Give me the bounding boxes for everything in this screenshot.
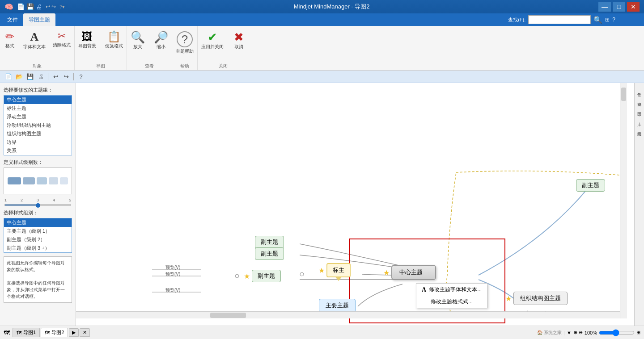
scrollbar-horizontal[interactable] [76,311,620,318]
search-input[interactable] [528,15,591,24]
description-text-2: 直接选择导图中的任何导图对象，并从弹出式菜单中打开一个格式对话框。 [7,280,65,299]
menu-file[interactable]: 文件 [2,13,23,26]
zoom-value: 100% [585,330,597,335]
topic-center[interactable]: ★ 中心主题 [383,265,436,280]
tb-open[interactable]: 📂 [14,72,24,82]
ribbon-note[interactable]: 📋 便笺格式 [102,29,127,51]
ribbon-zoom-in[interactable]: 🔍 放大 [127,29,148,52]
tb-save[interactable]: 💾 [25,72,35,82]
title-bar: 🧠 📄 💾 🖨 ↩ ↪ ?▾ Mindjet MindManager - 导图2… [0,0,644,13]
style-sub-2[interactable]: 副主题（级别 2） [4,235,72,244]
slider-fill [5,205,38,205]
ribbon-zoom-out[interactable]: 🔎 缩小 [150,29,172,52]
window-controls[interactable]: — □ ✕ [598,2,640,12]
style-sub-3[interactable]: 副主题（级别 3 +） [4,244,72,252]
status-tab-map1[interactable]: 🗺 导图1 [13,328,40,337]
right-tb-library[interactable]: 库 [635,114,644,123]
right-tb-review[interactable]: 闸览 [635,124,644,133]
tb-undo[interactable]: ↩ [51,72,60,82]
topic-sub-right1[interactable]: 副主题 [576,179,605,192]
preview-shape-2 [23,177,35,184]
close-button[interactable]: ✕ [627,2,640,12]
brand-icon: 🏠 系统之家 [537,330,562,336]
style-group-list: 中心主题 主要主题（级别 1） 副主题（级别 2） 副主题（级别 3 +） [4,218,72,253]
canvas-area[interactable]: 预览(V) 预览(V) 预览(V) 中心主题副主题 副主题 [76,83,634,326]
theme-item-relation[interactable]: 关系 [4,146,72,155]
style-main-1[interactable]: 主要主题（级别 1） [4,227,72,235]
map-icon-1: 🗺 [4,329,10,336]
topic-float-box: 标主 [326,263,351,277]
cancel-icon: ✖ [234,31,244,43]
tab-close-icon: ✕ [83,330,87,335]
theme-item-float[interactable]: 浮动主题 [4,113,72,121]
scrollbar-thumb-v[interactable] [621,88,626,101]
topic-sub2[interactable]: 副主题 [255,247,284,260]
topic-center-box: 中心主题 [391,265,436,280]
topic-biaozhu[interactable]: ★ 标主 [318,263,351,277]
fit-icon[interactable]: ⊞ [636,330,640,335]
ribbon-help[interactable]: ? 主题帮助 [172,29,197,56]
filter-icon[interactable]: ▼ [567,330,572,335]
toolbar-icons-row: 📄 📂 💾 🖨 ↩ ↪ ? [0,71,644,83]
theme-item-float-org[interactable]: 浮动组织结构图主题 [4,121,72,130]
scrollbar-thumb-h[interactable] [210,313,246,318]
tb-print[interactable]: 🖨 [36,72,46,82]
context-format-style[interactable]: 修改主题格式式... [416,296,487,308]
tb-sep2 [73,73,74,80]
section-title-1: 选择要修改的主题组： [4,87,72,93]
app-icon: 🧠 [4,3,13,11]
canvas-wrapper: 预览(V) 预览(V) 预览(V) 中心主题副主题 副主题 [76,83,644,326]
zoom-slider[interactable] [599,329,635,336]
section-title-2: 定义样式级别数： [4,159,72,166]
ribbon: ✏ 格式 A 字体和文本 ✂ 清除格式 对象 🖼 导图背景 📋 便笺格式 [0,26,644,71]
topic-sub1[interactable]: 中心主题副主题 [255,236,284,248]
status-tab-close[interactable]: ✕ [80,328,90,337]
theme-item-org[interactable]: 组织结构图主题 [4,130,72,138]
section-title-3: 选择样式组别： [4,209,72,216]
preview-item-1[interactable]: 预览(V) [165,264,180,271]
ribbon-background[interactable]: 🖼 导图背景 [75,29,100,51]
zoom-out-icon: 🔎 [154,31,168,43]
tb-help[interactable]: ? [76,72,86,82]
ribbon-font[interactable]: A 字体和文本 [20,29,49,52]
status-tab-map2[interactable]: 🗺 导图2 [41,328,68,337]
ribbon-clear[interactable]: ✂ 清除格式 [49,29,74,50]
right-tb-tasks[interactable]: 任务 [635,85,644,94]
description-text-1: 此视图允许你编辑每个导图对象的默认格式。 [7,260,65,272]
theme-item-boundary[interactable]: 边界 [4,138,72,146]
tb-new[interactable]: 📄 [4,72,13,82]
preview-item-2[interactable]: 预览(V) [165,271,180,277]
search-icon: 🔍 [593,16,602,24]
apply-icon: ✔ [208,31,217,43]
topic-main[interactable]: 主要主题 [319,299,356,312]
zoom-controls[interactable]: ⊕ ⊖ [573,330,583,335]
ribbon-format[interactable]: ✏ 格式 [0,29,20,51]
minimize-button[interactable]: — [598,2,611,12]
status-tab-new[interactable]: ▶ [69,328,79,337]
preview-item-3[interactable]: 预览(V) [165,287,180,293]
context-font-text[interactable]: A 修改主题字体和文本... [416,284,487,296]
ribbon-cancel[interactable]: ✖ 取消 [229,29,249,52]
slider-numbers: 1 2 3 4 5 [4,198,71,202]
format-icon: ✏ [5,31,14,42]
topic-sub3[interactable]: ★ 副主题 [244,270,281,282]
menu-theme[interactable]: 导图主题 [23,13,55,26]
theme-item-center[interactable]: 中心主题 [4,96,72,104]
window-title: Mindjet MindManager - 导图2 [65,3,598,11]
slider-thumb[interactable] [36,203,40,208]
style-center[interactable]: 中心主题 [4,218,72,227]
tab-map1-label: 导图1 [23,329,36,336]
view-icon: ⊞ [605,17,610,23]
maximize-button[interactable]: □ [613,2,625,12]
theme-item-annotation[interactable]: 标注主题 [4,104,72,113]
tab-new-icon: ▶ [72,330,76,335]
right-tb-map-guide[interactable]: 导图 [635,105,644,113]
ribbon-apply-close[interactable]: ✔ 应用并关闭 [198,29,227,52]
status-sep: | [564,330,565,335]
right-tb-resource[interactable]: 资源 [635,95,644,104]
connections-svg [76,83,627,318]
scrollbar-vertical[interactable] [620,83,627,318]
topic-org1[interactable]: ★ 组织结构图主题 [505,292,568,305]
search-label: 查找(F): [508,17,525,23]
tb-redo[interactable]: ↪ [61,72,71,82]
